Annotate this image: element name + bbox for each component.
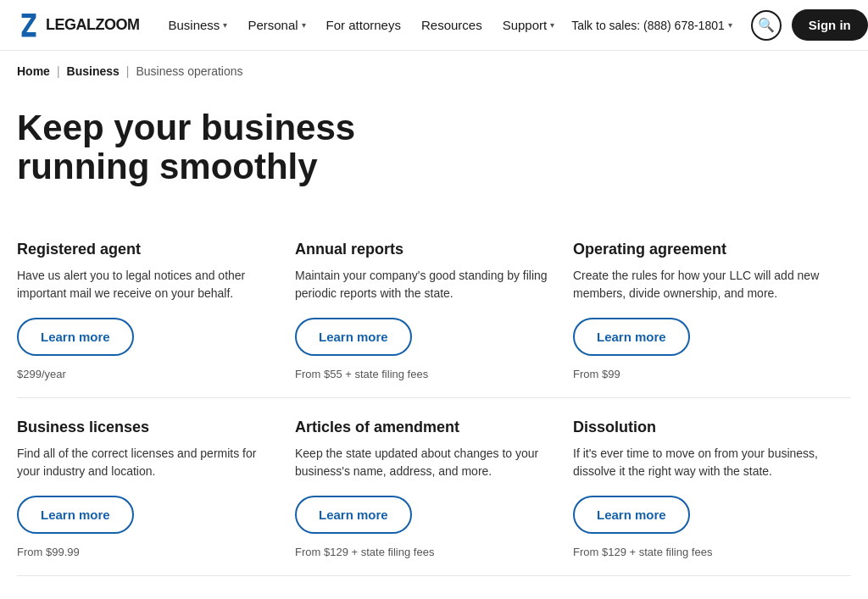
nav-right: Talk to sales: (888) 678-1801 ▾ 🔍 Sign i…: [563, 9, 868, 41]
nav-item-business[interactable]: Business ▾: [160, 11, 236, 39]
chevron-down-icon: ▾: [550, 20, 554, 30]
learn-more-button-articles-amendment[interactable]: Learn more: [295, 496, 412, 534]
learn-more-button-dissolution[interactable]: Learn more: [573, 496, 690, 534]
chevron-down-icon: ▾: [302, 20, 306, 30]
nav-links: Business ▾ Personal ▾ For attorneys Reso…: [160, 11, 564, 39]
service-price: From $129 + state filing fees: [295, 546, 553, 558]
service-description: Find all of the correct licenses and per…: [17, 445, 275, 480]
service-price: From $55 + state filing fees: [295, 368, 553, 380]
learn-more-button-registered-agent[interactable]: Learn more: [17, 318, 134, 356]
logo-link[interactable]: LEGALZOOM: [17, 14, 140, 37]
chevron-down-icon: ▾: [223, 20, 227, 30]
learn-more-button-business-licenses[interactable]: Learn more: [17, 496, 134, 534]
service-description: If it's ever time to move on from your b…: [573, 445, 831, 480]
learn-more-button-operating-agreement[interactable]: Learn more: [573, 318, 690, 356]
nav-item-support[interactable]: Support ▾: [494, 11, 564, 39]
nav-item-personal[interactable]: Personal ▾: [239, 11, 314, 39]
service-title: Annual reports: [295, 241, 553, 258]
service-price: From $129 + state filing fees: [573, 546, 831, 558]
service-title: Registered agent: [17, 241, 275, 258]
signin-button[interactable]: Sign in: [792, 9, 868, 41]
breadcrumb: Home | Business | Business operations: [0, 51, 868, 92]
service-description: Maintain your company's good standing by…: [295, 267, 553, 302]
breadcrumb-current: Business operations: [136, 64, 242, 78]
nav-item-resources[interactable]: Resources: [413, 11, 491, 39]
search-icon: 🔍: [758, 17, 775, 33]
breadcrumb-home[interactable]: Home: [17, 64, 50, 78]
service-card-operating-agreement: Operating agreement Create the rules for…: [573, 220, 851, 398]
service-title: Operating agreement: [573, 241, 831, 258]
service-card-dissolution: Dissolution If it's ever time to move on…: [573, 398, 851, 576]
nav-item-for-attorneys[interactable]: For attorneys: [318, 11, 409, 39]
main-content: Keep your business running smoothly Regi…: [0, 92, 868, 599]
breadcrumb-separator: |: [126, 64, 130, 78]
services-grid: Registered agent Have us alert you to le…: [17, 220, 851, 576]
page-title: Keep your business running smoothly: [17, 108, 424, 186]
service-price: $299/year: [17, 368, 275, 380]
service-card-articles-amendment: Articles of amendment Keep the state upd…: [295, 398, 573, 576]
service-card-registered-agent: Registered agent Have us alert you to le…: [17, 220, 295, 398]
breadcrumb-separator: |: [57, 64, 60, 78]
service-card-business-licenses: Business licenses Find all of the correc…: [17, 398, 295, 576]
service-description: Create the rules for how your LLC will a…: [573, 267, 831, 302]
service-description: Keep the state updated about changes to …: [295, 445, 553, 480]
service-card-annual-reports: Annual reports Maintain your company's g…: [295, 220, 573, 398]
service-title: Dissolution: [573, 419, 831, 436]
service-title: Business licenses: [17, 419, 275, 436]
search-button[interactable]: 🔍: [751, 10, 782, 41]
nav-sales[interactable]: Talk to sales: (888) 678-1801 ▾: [563, 12, 741, 39]
service-description: Have us alert you to legal notices and o…: [17, 267, 275, 302]
logo-icon: [17, 14, 41, 37]
navbar: LEGALZOOM Business ▾ Personal ▾ For atto…: [0, 0, 868, 51]
service-price: From $99: [573, 368, 831, 380]
learn-more-button-annual-reports[interactable]: Learn more: [295, 318, 412, 356]
chevron-down-icon: ▾: [728, 20, 732, 30]
logo-text: LEGALZOOM: [46, 16, 140, 34]
breadcrumb-business[interactable]: Business: [67, 64, 120, 78]
service-title: Articles of amendment: [295, 419, 553, 436]
service-price: From $99.99: [17, 546, 275, 558]
